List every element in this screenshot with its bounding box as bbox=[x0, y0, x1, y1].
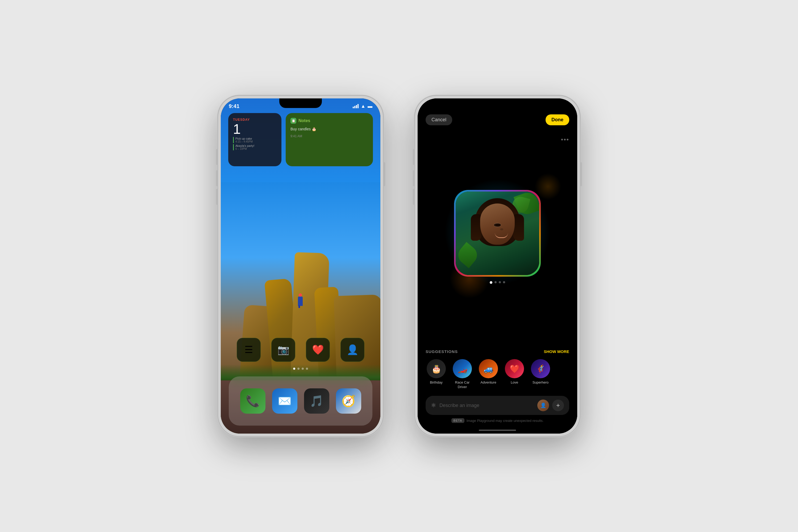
hiker-figure bbox=[298, 297, 303, 306]
race-car-driver-label: Race CarDriver bbox=[455, 380, 470, 390]
page-dot-1 bbox=[293, 367, 295, 370]
girl-eye-right bbox=[495, 224, 501, 227]
cancel-button[interactable]: Cancel bbox=[425, 114, 452, 125]
adventure-icon: 🚙 bbox=[479, 359, 498, 378]
notes-widget-content: Buy candles 🎂 bbox=[290, 127, 368, 131]
adventure-label: Adventure bbox=[480, 380, 496, 385]
pg-dot-4 bbox=[503, 281, 505, 283]
page-dot-3 bbox=[302, 367, 304, 370]
notes-widget-time: 9:41 AM bbox=[290, 134, 368, 138]
describe-image-input[interactable]: Describe an image bbox=[439, 403, 534, 408]
beta-notice: BETA Image Playground may create unexpec… bbox=[425, 418, 569, 423]
girl-smile bbox=[495, 233, 508, 238]
more-options-button[interactable]: ••• bbox=[561, 136, 569, 144]
girl-hair-right bbox=[513, 214, 524, 241]
girl-nose bbox=[500, 228, 503, 230]
calendar-event-1: Pick up cake 4:15 – 4:45PM bbox=[233, 137, 277, 143]
beta-notice-text: Image Playground may create unexpected r… bbox=[467, 419, 544, 423]
dock-safari[interactable]: 🧭 bbox=[336, 388, 361, 414]
page-dot-2 bbox=[298, 367, 300, 370]
image-playground-screen: Cancel Done ••• bbox=[418, 98, 577, 434]
superhero-label: Superhero bbox=[533, 380, 549, 385]
phone-1-iphone: 9:41 ▲ ▬ TUESDAY 1 bbox=[218, 96, 383, 436]
wifi-icon: ▲ bbox=[361, 103, 365, 109]
app-icon-contacts[interactable]: 👤 bbox=[341, 338, 364, 362]
home-indicator[interactable] bbox=[479, 430, 516, 431]
status-time: 9:41 bbox=[229, 103, 240, 109]
beta-badge: BETA bbox=[451, 418, 464, 423]
playground-bottom-panel: SUGGESTIONS SHOW MORE 🎂 Birthday 🏎️ Race… bbox=[418, 344, 577, 434]
love-label: Love bbox=[511, 380, 518, 385]
girl-face bbox=[471, 198, 524, 259]
notes-widget-header: 📋 Notes bbox=[290, 118, 368, 124]
image-description-bar[interactable]: ⚛ Describe an image 👤 + bbox=[425, 396, 569, 415]
girl-portrait bbox=[456, 191, 539, 275]
calendar-day: TUESDAY bbox=[233, 118, 277, 121]
pg-dot-2 bbox=[494, 281, 497, 283]
suggestions-label: SUGGESTIONS bbox=[425, 349, 458, 354]
image-pagination-dots bbox=[490, 281, 505, 284]
suggestion-adventure[interactable]: 🚙 Adventure bbox=[478, 359, 499, 390]
add-button[interactable]: + bbox=[552, 400, 564, 411]
app-icon-camera[interactable]: 📷 bbox=[271, 338, 295, 362]
camera-icon: 📷 bbox=[278, 344, 289, 355]
pg-dot-3 bbox=[499, 281, 501, 283]
notes-widget[interactable]: 📋 Notes Buy candles 🎂 9:41 AM bbox=[286, 113, 373, 166]
suggestions-row: 🎂 Birthday 🏎️ Race CarDriver 🚙 Adventure… bbox=[425, 359, 569, 390]
user-avatar[interactable]: 👤 bbox=[537, 400, 549, 411]
suggestion-superhero[interactable]: 🦸 Superhero bbox=[530, 359, 551, 390]
dock: 📞 ✉️ 🎵 🧭 bbox=[229, 376, 373, 425]
show-more-button[interactable]: SHOW MORE bbox=[544, 349, 569, 354]
status-icons: ▲ ▬ bbox=[353, 103, 373, 109]
app-icon-fitness[interactable]: ❤️ bbox=[306, 338, 330, 362]
dock-phone[interactable]: 📞 bbox=[240, 388, 265, 414]
suggestions-header: SUGGESTIONS SHOW MORE bbox=[425, 349, 569, 354]
heart-icon: ❤️ bbox=[312, 344, 324, 355]
battery-icon: ▬ bbox=[367, 103, 373, 109]
generated-image-container[interactable] bbox=[455, 191, 540, 276]
girl-skin bbox=[480, 204, 515, 245]
app-icons-row: ☰ 📷 ❤️ 👤 bbox=[221, 338, 380, 362]
phone-2-iphone: Cancel Done ••• bbox=[415, 96, 580, 436]
notes-widget-title: Notes bbox=[299, 118, 310, 123]
pg-dot-1 bbox=[490, 281, 492, 284]
reminders-icon: ☰ bbox=[244, 344, 253, 355]
dock-music[interactable]: 🎵 bbox=[304, 388, 329, 414]
race-car-icon: 🏎️ bbox=[453, 359, 472, 378]
suggestion-birthday[interactable]: 🎂 Birthday bbox=[425, 359, 447, 390]
suggestion-race-car-driver[interactable]: 🏎️ Race CarDriver bbox=[452, 359, 473, 390]
page-dot-4 bbox=[306, 367, 308, 370]
page-dots bbox=[221, 367, 380, 370]
suggestion-love[interactable]: ❤️ Love bbox=[504, 359, 525, 390]
signal-icon bbox=[353, 104, 359, 108]
home-screen: 9:41 ▲ ▬ TUESDAY 1 bbox=[221, 98, 380, 434]
superhero-icon: 🦸 bbox=[531, 359, 550, 378]
widgets-row: TUESDAY 1 Pick up cake 4:15 – 4:45PM Aka… bbox=[228, 113, 373, 166]
dock-mail[interactable]: ✉️ bbox=[272, 388, 298, 414]
calendar-event-2: Akayla's party! 6 – 10PM bbox=[233, 144, 277, 150]
generated-image bbox=[456, 191, 539, 275]
done-button[interactable]: Done bbox=[546, 114, 569, 125]
love-icon: ❤️ bbox=[505, 359, 524, 378]
calendar-widget[interactable]: TUESDAY 1 Pick up cake 4:15 – 4:45PM Aka… bbox=[228, 113, 281, 166]
girl-hair-left bbox=[471, 214, 481, 241]
calendar-date: 1 bbox=[233, 122, 277, 136]
notch bbox=[279, 98, 322, 108]
notes-icon: 📋 bbox=[290, 118, 296, 124]
atom-icon: ⚛ bbox=[431, 402, 436, 409]
birthday-icon: 🎂 bbox=[427, 359, 446, 378]
birthday-label: Birthday bbox=[430, 380, 443, 385]
app-icon-reminders[interactable]: ☰ bbox=[237, 338, 261, 362]
contacts-icon: 👤 bbox=[347, 344, 359, 355]
playground-topbar: Cancel Done bbox=[418, 98, 577, 131]
image-area: ••• bbox=[418, 131, 577, 344]
